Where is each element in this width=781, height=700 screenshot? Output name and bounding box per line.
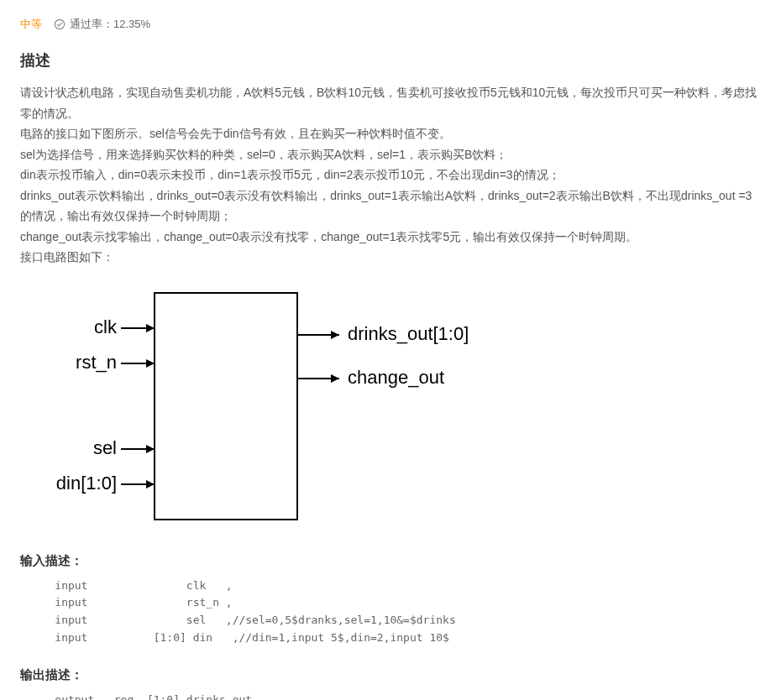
svg-marker-11	[331, 331, 339, 339]
desc-line: drinks_out表示饮料输出，drinks_out=0表示没有饮料输出，dr…	[20, 185, 761, 227]
pass-rate-label: 通过率：12.35%	[70, 17, 150, 32]
check-circle-icon	[54, 18, 66, 30]
input-desc-heading: 输入描述：	[20, 553, 761, 569]
desc-line: change_out表示找零输出，change_out=0表示没有找零，chan…	[20, 227, 761, 248]
diagram-label-sel: sel	[93, 437, 117, 458]
svg-marker-5	[146, 359, 155, 368]
diagram-label-change-out: change_out	[348, 367, 444, 388]
diagram-label-drinks-out: drinks_out[1:0]	[348, 323, 469, 344]
difficulty-badge: 中等	[20, 17, 42, 32]
diagram-label-rstn: rst_n	[76, 352, 117, 373]
desc-line: 电路的接口如下图所示。sel信号会先于din信号有效，且在购买一种饮料时值不变。	[20, 123, 761, 144]
desc-line: din表示投币输入，din=0表示未投币，din=1表示投币5元，din=2表示…	[20, 165, 761, 185]
svg-point-0	[55, 19, 64, 29]
description-body: 请设计状态机电路，实现自动售卖机功能，A饮料5元钱，B饮料10元钱，售卖机可接收…	[20, 82, 761, 268]
desc-line: 接口电路图如下：	[20, 247, 761, 268]
output-desc-code: output reg [1:0] drinks_out, output reg …	[20, 692, 761, 700]
circuit-diagram: clk rst_n sel din[1:0] drinks_out[1:0] c…	[20, 285, 761, 531]
diagram-label-din: din[1:0]	[56, 473, 117, 494]
svg-marker-3	[146, 324, 155, 332]
svg-marker-13	[331, 374, 339, 383]
description-heading: 描述	[20, 50, 761, 71]
desc-line: 请设计状态机电路，实现自动售卖机功能，A饮料5元钱，B饮料10元钱，售卖机可接收…	[20, 82, 761, 123]
svg-marker-7	[146, 445, 155, 453]
input-desc-code: input clk , input rst_n , input sel ,//s…	[20, 577, 761, 647]
pass-rate: 通过率：12.35%	[54, 17, 150, 32]
diagram-label-clk: clk	[94, 316, 118, 337]
desc-line: sel为选择信号，用来选择购买饮料的种类，sel=0，表示购买A饮料，sel=1…	[20, 144, 761, 165]
meta-header: 中等 通过率：12.35%	[20, 17, 761, 32]
svg-marker-9	[146, 480, 155, 488]
svg-rect-1	[155, 293, 297, 520]
output-desc-heading: 输出描述：	[20, 667, 761, 683]
